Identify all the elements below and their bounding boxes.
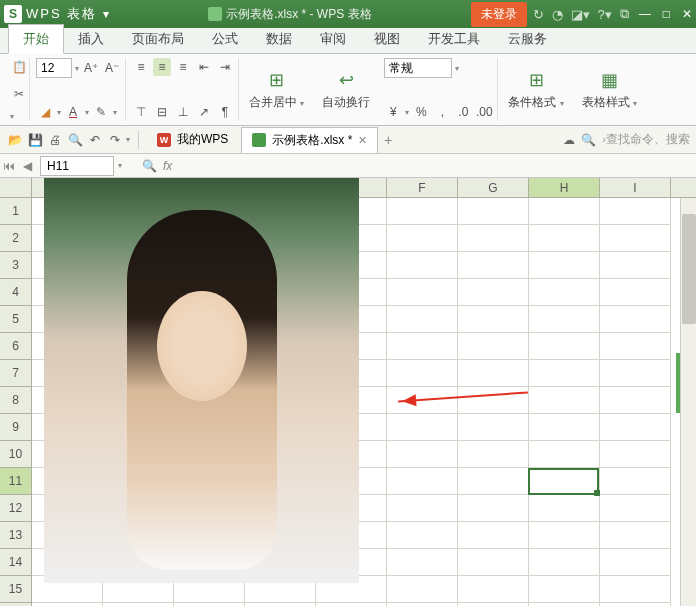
cell[interactable]	[458, 522, 529, 549]
font-color-icon[interactable]: A	[64, 103, 82, 121]
cell[interactable]	[529, 441, 600, 468]
cell[interactable]	[600, 252, 671, 279]
cell[interactable]	[529, 360, 600, 387]
cell[interactable]	[387, 333, 458, 360]
select-all-corner[interactable]	[0, 178, 32, 197]
qat-open-icon[interactable]: 📂	[6, 131, 24, 149]
cell[interactable]	[529, 549, 600, 576]
cloud-icon[interactable]: ◔	[552, 7, 563, 22]
cell[interactable]	[387, 198, 458, 225]
decrease-font-icon[interactable]: A⁻	[103, 59, 121, 77]
cell[interactable]	[600, 414, 671, 441]
align-left-icon[interactable]: ≡	[132, 58, 150, 76]
cell[interactable]	[529, 225, 600, 252]
cell[interactable]	[387, 306, 458, 333]
cloud-sync-icon[interactable]: ☁	[563, 133, 575, 147]
cell[interactable]	[458, 549, 529, 576]
cell[interactable]	[529, 252, 600, 279]
cell[interactable]	[529, 468, 600, 495]
cell[interactable]	[529, 198, 600, 225]
currency-icon[interactable]: ¥	[384, 103, 402, 121]
column-header[interactable]: G	[458, 178, 529, 197]
row-header[interactable]: 3	[0, 252, 32, 279]
row-header[interactable]: 6	[0, 333, 32, 360]
wrap-text-button[interactable]: ↩ 自动换行	[314, 58, 378, 121]
cell[interactable]	[600, 576, 671, 603]
cell[interactable]	[387, 576, 458, 603]
ribbon-tab-5[interactable]: 审阅	[306, 25, 360, 53]
cell[interactable]	[458, 576, 529, 603]
align-bottom-icon[interactable]: ⊥	[174, 103, 192, 121]
maximize-button[interactable]: □	[663, 7, 670, 21]
nav-first-icon[interactable]: ⏮	[0, 159, 18, 173]
close-button[interactable]: ✕	[682, 7, 692, 21]
qat-undo-icon[interactable]: ↶	[86, 131, 104, 149]
cell[interactable]	[458, 468, 529, 495]
ribbon-tab-3[interactable]: 公式	[198, 25, 252, 53]
login-button[interactable]: 未登录	[471, 2, 527, 27]
nav-prev-icon[interactable]: ◀	[18, 159, 36, 173]
decimal-inc-icon[interactable]: .0	[454, 103, 472, 121]
cell[interactable]	[529, 576, 600, 603]
cell[interactable]	[458, 495, 529, 522]
cell[interactable]	[529, 495, 600, 522]
cell[interactable]	[529, 306, 600, 333]
row-header[interactable]: 15	[0, 576, 32, 603]
conditional-format-button[interactable]: ⊞ 条件格式 ▾	[500, 58, 571, 121]
row-header[interactable]: 14	[0, 549, 32, 576]
cell[interactable]	[458, 414, 529, 441]
row-header[interactable]: 11	[0, 468, 32, 495]
tab-close-icon[interactable]: ✕	[358, 134, 367, 147]
cell[interactable]	[529, 414, 600, 441]
cell[interactable]	[458, 333, 529, 360]
cell[interactable]	[458, 306, 529, 333]
cut-icon[interactable]: ✂	[10, 85, 28, 103]
cell[interactable]	[387, 279, 458, 306]
increase-font-icon[interactable]: A⁺	[82, 59, 100, 77]
clipboard-dropdown[interactable]: ▾	[10, 112, 25, 121]
column-header[interactable]: I	[600, 178, 671, 197]
help-icon[interactable]: ?▾	[598, 7, 612, 22]
tab-current-file[interactable]: 示例表格.xlsx * ✕	[241, 127, 378, 153]
cell[interactable]	[387, 468, 458, 495]
sync-icon[interactable]: ↻	[533, 7, 544, 22]
font-size-input[interactable]: 12	[36, 58, 72, 78]
ribbon-tab-7[interactable]: 开发工具	[414, 25, 494, 53]
cell[interactable]	[600, 495, 671, 522]
qat-print-icon[interactable]: 🖨	[46, 131, 64, 149]
fill-color-icon[interactable]: ◢	[36, 103, 54, 121]
row-header[interactable]: 4	[0, 279, 32, 306]
scrollbar-thumb[interactable]	[682, 214, 696, 324]
cell[interactable]	[529, 387, 600, 414]
ribbon-tab-4[interactable]: 数据	[252, 25, 306, 53]
row-header[interactable]: 9	[0, 414, 32, 441]
vertical-scrollbar[interactable]	[680, 198, 696, 606]
new-tab-button[interactable]: +	[384, 132, 392, 148]
row-header[interactable]: 7	[0, 360, 32, 387]
column-header[interactable]: F	[387, 178, 458, 197]
orientation-icon[interactable]: ↗	[195, 103, 213, 121]
cell[interactable]	[458, 387, 529, 414]
cell[interactable]	[529, 522, 600, 549]
cell[interactable]	[600, 333, 671, 360]
row-header[interactable]: 1	[0, 198, 32, 225]
merge-center-button[interactable]: ⊞ 合并居中 ▾	[241, 58, 312, 121]
ribbon-tab-1[interactable]: 插入	[64, 25, 118, 53]
row-header[interactable]: 10	[0, 441, 32, 468]
cell[interactable]	[387, 252, 458, 279]
cell[interactable]	[458, 360, 529, 387]
cell[interactable]	[387, 414, 458, 441]
tab-mywps[interactable]: W 我的WPS	[147, 127, 239, 152]
cell[interactable]	[600, 198, 671, 225]
cell[interactable]	[600, 279, 671, 306]
search-icon[interactable]: 🔍	[581, 133, 596, 147]
cell[interactable]	[458, 279, 529, 306]
qat-preview-icon[interactable]: 🔍	[66, 131, 84, 149]
ribbon-tab-2[interactable]: 页面布局	[118, 25, 198, 53]
cell[interactable]	[387, 441, 458, 468]
number-format-select[interactable]: 常规	[384, 58, 452, 78]
percent-icon[interactable]: %	[412, 103, 430, 121]
skin-icon[interactable]: ◪▾	[571, 7, 590, 22]
cell[interactable]	[600, 360, 671, 387]
align-center-icon[interactable]: ≡	[153, 58, 171, 76]
